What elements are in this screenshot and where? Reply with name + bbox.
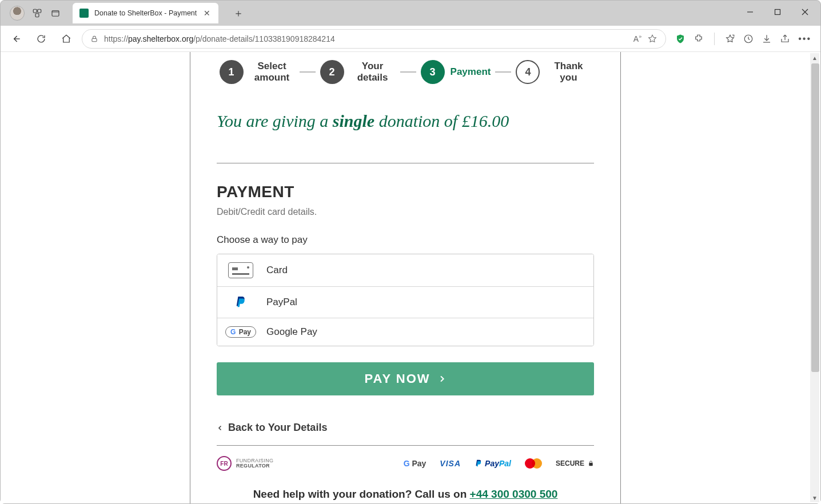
extensions-icon[interactable] [694, 34, 704, 44]
step-2: 2 Your details [320, 60, 396, 84]
back-link[interactable]: Back to Your Details [217, 422, 594, 434]
step-3-label: Payment [451, 66, 491, 78]
step-4-label: Thank you [545, 61, 591, 83]
svg-rect-1 [38, 9, 41, 13]
scroll-down-arrow[interactable]: ▼ [810, 493, 819, 502]
fundraising-regulator-badge: FR FUNDRAISING REGULATOR [217, 456, 273, 471]
home-button[interactable] [57, 29, 76, 49]
scroll-thumb[interactable] [811, 63, 819, 372]
step-divider [495, 71, 511, 73]
summary-post: donation of £16.00 [374, 111, 509, 130]
favicon-icon [79, 9, 89, 18]
pay-now-label: PAY NOW [364, 371, 430, 386]
scroll-up-arrow[interactable]: ▲ [810, 53, 819, 62]
secure-label: SECURE [556, 459, 584, 467]
help-text: Need help with your donation? Call us on… [217, 488, 594, 501]
divider [217, 445, 594, 446]
svg-rect-2 [35, 14, 39, 17]
address-bar[interactable]: https://pay.shelterbox.org/p/donate-deta… [82, 29, 666, 49]
payment-subheading: Debit/Credit card details. [217, 207, 594, 217]
progress-stepper: 1 Select amount 2 Your details 3 Payment [217, 60, 594, 84]
option-paypal[interactable]: PayPal [217, 286, 593, 318]
toolbar-right: ••• [672, 33, 815, 45]
downloads-icon[interactable] [762, 34, 772, 44]
summary-type: single [333, 111, 374, 130]
step-1: 1 Select amount [220, 60, 295, 84]
maximize-button[interactable] [764, 3, 791, 21]
toolbar-divider [714, 33, 715, 45]
toolbar: https://pay.shelterbox.org/p/donate-deta… [1, 26, 820, 52]
option-card-label: Card [266, 265, 288, 276]
url-scheme: https:// [104, 34, 128, 43]
option-gpay-label: Google Pay [266, 326, 317, 338]
profile-avatar[interactable] [10, 6, 25, 21]
payment-options: Card PayPal G Pay Google Pay [217, 254, 594, 346]
url-path: /p/donate-details/110338190918284214 [193, 34, 335, 43]
help-phone-link[interactable]: +44 300 0300 500 [470, 488, 558, 500]
read-aloud-icon[interactable]: A» [633, 34, 641, 43]
step-2-label: Your details [350, 61, 396, 83]
svg-rect-8 [92, 38, 97, 41]
paypal-icon [228, 295, 254, 310]
titlebar-left: Donate to ShelterBox - Payment ✕ ＋ [5, 1, 248, 26]
browser-tab[interactable]: Donate to ShelterBox - Payment ✕ [73, 3, 218, 23]
fr-text: FUNDRAISING REGULATOR [236, 458, 273, 469]
window-controls [737, 3, 818, 21]
summary-pre: You are giving a [217, 111, 333, 130]
tab-title: Donate to ShelterBox - Payment [94, 9, 197, 17]
minimize-button[interactable] [737, 3, 763, 21]
option-gpay[interactable]: G Pay Google Pay [217, 318, 593, 346]
lock-icon [90, 35, 98, 43]
step-3-number: 3 [421, 60, 445, 84]
tracking-shield-icon[interactable] [675, 34, 686, 44]
page: 1 Select amount 2 Your details 3 Payment [1, 52, 810, 503]
favorite-icon[interactable] [647, 34, 657, 44]
payment-heading: PAYMENT [217, 183, 594, 201]
favorites-icon[interactable] [725, 34, 735, 44]
tab-close-button[interactable]: ✕ [202, 9, 212, 18]
secure-badge: SECURE [556, 459, 594, 467]
step-2-number: 2 [320, 60, 344, 84]
divider [217, 163, 594, 163]
choose-label: Choose a way to pay [217, 234, 594, 246]
svg-rect-5 [775, 10, 780, 15]
svg-rect-3 [52, 11, 59, 17]
share-icon[interactable] [780, 34, 790, 44]
history-icon[interactable] [743, 34, 754, 44]
titlebar: Donate to ShelterBox - Payment ✕ ＋ [1, 1, 820, 26]
workspaces-icon[interactable] [31, 7, 43, 19]
paypal-logo: PayPal [475, 459, 511, 468]
gpay-icon: G Pay [228, 326, 254, 338]
visa-logo: VISA [440, 459, 461, 468]
donation-summary: You are giving a single donation of £16.… [217, 111, 594, 131]
chevron-left-icon [217, 424, 224, 432]
close-window-button[interactable] [792, 3, 818, 21]
refresh-button[interactable] [31, 29, 51, 49]
step-3: 3 Payment [421, 60, 491, 84]
step-1-label: Select amount [249, 61, 295, 83]
back-button[interactable] [6, 29, 26, 49]
more-icon[interactable]: ••• [798, 34, 811, 44]
help-pre: Need help with your donation? Call us on [253, 488, 470, 500]
footer-row: FR FUNDRAISING REGULATOR G Pay VISA PayP… [217, 456, 594, 471]
step-divider [300, 71, 316, 73]
url-text: https://pay.shelterbox.org/p/donate-deta… [104, 34, 628, 43]
pay-now-button[interactable]: PAY NOW [217, 362, 594, 395]
chevron-right-icon [437, 374, 447, 383]
option-paypal-label: PayPal [266, 297, 297, 308]
fr-icon: FR [217, 456, 232, 471]
payment-logos: G Pay VISA PayPal SECURE [404, 458, 594, 469]
option-card[interactable]: Card [217, 254, 593, 286]
mastercard-logo [525, 458, 542, 469]
step-4-number: 4 [516, 60, 540, 84]
browser-window: Donate to ShelterBox - Payment ✕ ＋ https… [0, 0, 821, 504]
step-divider [400, 71, 416, 73]
fr-text-bottom: REGULATOR [236, 463, 273, 469]
gpay-logo: G Pay [404, 459, 427, 468]
content-card: 1 Select amount 2 Your details 3 Payment [190, 52, 621, 503]
step-1-number: 1 [220, 60, 244, 84]
url-host: pay.shelterbox.org [128, 34, 193, 43]
new-tab-button[interactable]: ＋ [229, 3, 248, 23]
tab-actions-icon[interactable] [50, 7, 61, 19]
back-link-label: Back to Your Details [228, 422, 327, 434]
